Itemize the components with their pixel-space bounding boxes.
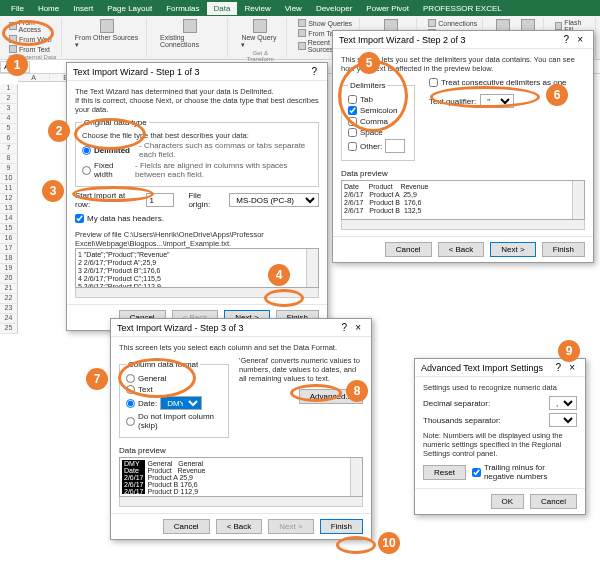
tab-view[interactable]: View (278, 2, 309, 15)
intro-text2: If this is correct, choose Next, or choo… (75, 96, 319, 114)
scrollbar[interactable] (572, 181, 584, 219)
callout-4: 4 (268, 264, 290, 286)
tab-insert[interactable]: Insert (66, 2, 100, 15)
from-other-sources-button[interactable]: From Other Sources ▾ (72, 18, 142, 50)
show-queries-button[interactable]: Show Queries (297, 18, 355, 28)
intro-text: This screen lets you select each column … (119, 343, 363, 352)
wizard-step3-dialog: Text Import Wizard - Step 3 of 3?× This … (110, 318, 372, 540)
connections-icon (428, 19, 436, 27)
recent-icon (298, 42, 306, 50)
help-icon[interactable]: ? (552, 362, 566, 373)
text-file-icon (9, 45, 17, 53)
close-icon[interactable]: × (565, 362, 579, 373)
space-checkbox[interactable] (348, 128, 357, 137)
close-icon[interactable]: × (351, 322, 365, 333)
trailing-minus-row[interactable]: Trailing minus for negative numbers (472, 462, 577, 482)
decimal-label: Decimal separator: (423, 399, 490, 408)
date-radio[interactable] (126, 399, 135, 408)
advanced-settings-dialog: Advanced Text Import Settings?× Settings… (414, 358, 586, 515)
tab-power-pivot[interactable]: Power Pivot (359, 2, 416, 15)
fixed-width-radio-row[interactable]: Fixed width- Fields are aligned in colum… (82, 160, 312, 180)
other-checkbox[interactable] (348, 142, 357, 151)
tab-data[interactable]: Data (207, 2, 238, 15)
consecutive-checkbox[interactable] (429, 78, 438, 87)
ok-button[interactable]: OK (491, 494, 525, 509)
back-button[interactable]: < Back (216, 519, 263, 534)
preview-label: Data preview (119, 446, 363, 455)
format-hint: 'General' converts numeric values to num… (239, 356, 363, 383)
dialog-title: Text Import Wizard - Step 1 of 3 (73, 67, 200, 77)
callout-1: 1 (6, 54, 28, 76)
back-button[interactable]: < Back (438, 242, 485, 257)
scrollbar[interactable] (350, 458, 362, 496)
h-scrollbar[interactable] (341, 220, 585, 230)
other-checkbox-row[interactable]: Other: (348, 138, 408, 154)
callout-ring-3 (72, 186, 154, 202)
date-radio-row[interactable]: Date:DMY (126, 395, 222, 411)
help-icon[interactable]: ? (307, 66, 321, 77)
callout-8: 8 (346, 380, 368, 402)
close-icon[interactable]: × (573, 34, 587, 45)
existing-connections-button[interactable]: Existing Connections (157, 18, 223, 49)
reset-button[interactable]: Reset (423, 465, 466, 480)
next-button[interactable]: Next > (490, 242, 535, 257)
preview-box: Date Product Revenue 2/6/17 Product A 25… (341, 180, 585, 220)
existing-conn-icon (183, 19, 197, 33)
tab-formulas[interactable]: Formulas (159, 2, 206, 15)
cancel-button[interactable]: Cancel (385, 242, 432, 257)
callout-9: 9 (558, 340, 580, 362)
note-text: Note: Numbers will be displayed using th… (423, 431, 577, 458)
skip-radio[interactable] (126, 417, 135, 426)
tab-file[interactable]: File (4, 2, 31, 15)
preview-path: Preview of file C:\Users\Henrik\OneDrive… (75, 230, 319, 248)
preview-label: Data preview (341, 169, 585, 178)
h-scrollbar[interactable] (119, 497, 363, 507)
tab-developer[interactable]: Developer (309, 2, 359, 15)
dialog-title: Advanced Text Import Settings (421, 363, 543, 373)
ribbon-tabs: File Home Insert Page Layout Formulas Da… (0, 0, 600, 16)
callout-6: 6 (546, 84, 568, 106)
callout-10: 10 (378, 532, 400, 554)
fixed-width-radio[interactable] (82, 166, 91, 175)
trailing-minus-checkbox[interactable] (472, 468, 481, 477)
finish-button[interactable]: Finish (320, 519, 363, 534)
cancel-button[interactable]: Cancel (530, 494, 577, 509)
callout-ring-6 (430, 86, 540, 108)
file-origin-label: File origin: (188, 191, 225, 209)
intro-text: The Text Wizard has determined that your… (75, 87, 319, 96)
other-delim-input[interactable] (385, 139, 405, 153)
finish-button[interactable]: Finish (542, 242, 585, 257)
tab-professor-excel[interactable]: PROFESSOR EXCEL (416, 2, 509, 15)
callout-7: 7 (86, 368, 108, 390)
help-icon[interactable]: ? (338, 322, 352, 333)
skip-radio-row[interactable]: Do not import column (skip) (126, 411, 222, 431)
callout-ring-4 (264, 289, 304, 307)
tab-review[interactable]: Review (237, 2, 277, 15)
dialog-title: Text Import Wizard - Step 3 of 3 (117, 323, 244, 333)
tab-page-layout[interactable]: Page Layout (100, 2, 159, 15)
cancel-button[interactable]: Cancel (163, 519, 210, 534)
help-icon[interactable]: ? (560, 34, 574, 45)
file-origin-select[interactable]: MS-DOS (PC-8) (229, 193, 319, 207)
show-queries-icon (298, 19, 306, 27)
scrollbar[interactable] (306, 249, 318, 287)
connections-button[interactable]: Connections (427, 18, 478, 28)
next-button[interactable]: Next > (268, 519, 313, 534)
headers-checkbox-row[interactable]: My data has headers. (75, 213, 319, 224)
new-query-button[interactable]: New Query ▾ (238, 18, 282, 50)
row-headers: 1234567891011121314151617181920212223242… (0, 84, 18, 334)
callout-ring-2 (74, 118, 146, 150)
thousands-select[interactable] (549, 413, 577, 427)
headers-checkbox[interactable] (75, 214, 84, 223)
decimal-select[interactable]: , (549, 396, 577, 410)
other-sources-icon (100, 19, 114, 33)
thousands-label: Thousands separator: (423, 416, 501, 425)
callout-ring-7 (118, 358, 196, 398)
callout-3: 3 (42, 180, 64, 202)
callout-5: 5 (358, 52, 380, 74)
from-table-icon (298, 29, 306, 37)
dialog-title: Text Import Wizard - Step 2 of 3 (339, 35, 466, 45)
preview-box: DMY Date 2/6/17 2/6/17 2/6/17 2/6/17 Gen… (119, 457, 363, 497)
tab-home[interactable]: Home (31, 2, 66, 15)
date-format-select[interactable]: DMY (160, 396, 202, 410)
